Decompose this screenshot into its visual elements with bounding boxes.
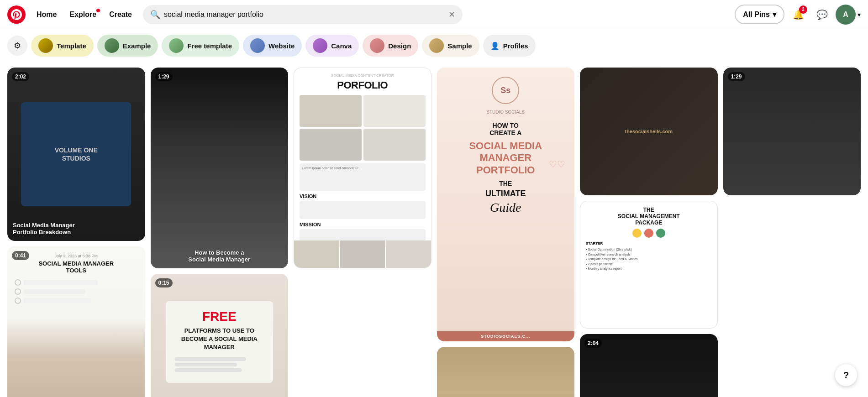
chip-canva[interactable]: Canva bbox=[305, 35, 359, 57]
pin-card[interactable]: SOCIAL MEDIA CONTENT CREATOR PORFOLIO Lo… bbox=[294, 68, 431, 268]
chip-design[interactable]: Design bbox=[363, 35, 418, 57]
pin-badge: 1:29 bbox=[155, 72, 173, 81]
nav-create[interactable]: Create bbox=[104, 7, 137, 22]
pin-badge: 0:41 bbox=[12, 251, 29, 260]
chip-template[interactable]: Template bbox=[31, 35, 94, 57]
messages-button[interactable]: 💬 bbox=[812, 5, 832, 25]
pin-label: Social Media ManagerPortfolio Breakdown bbox=[13, 222, 140, 235]
all-pins-chevron: ▾ bbox=[773, 10, 776, 19]
search-clear-icon[interactable]: ✕ bbox=[448, 10, 455, 20]
pin-badge: 2:04 bbox=[584, 339, 602, 348]
pin-badge: 2:02 bbox=[12, 72, 29, 81]
nav-home[interactable]: Home bbox=[31, 7, 62, 22]
chip-canva-label: Canva bbox=[331, 42, 352, 50]
pin-badge: 1:29 bbox=[728, 72, 745, 81]
pin-card[interactable]: 0:15 FREE PLATFORMS TO USE TOBECOME A SO… bbox=[151, 274, 289, 397]
pin-card[interactable]: Ss STUDIO SOCIALS HOW TOCREATE A SOCIAL … bbox=[437, 68, 575, 341]
filter-settings-button[interactable]: ⚙ bbox=[7, 36, 27, 56]
all-pins-label: All Pins bbox=[743, 10, 770, 19]
chip-example[interactable]: Example bbox=[97, 35, 158, 57]
chip-canva-thumb bbox=[313, 38, 327, 53]
chip-website[interactable]: Website bbox=[243, 35, 302, 57]
pin-card[interactable] bbox=[437, 347, 575, 397]
account-chevron-icon[interactable]: ▾ bbox=[857, 11, 861, 18]
filter-icon: ⚙ bbox=[14, 41, 21, 51]
pin-card[interactable]: 1:29 How to Become aSocial Media Manager bbox=[151, 68, 289, 268]
header-right: All Pins ▾ 🔔 2 💬 A ▾ bbox=[735, 5, 861, 25]
profile-icon: 👤 bbox=[490, 42, 500, 50]
pin-card[interactable]: 0:41 July 9, 2023 at 6:38 PM SOCIAL MEDI… bbox=[7, 246, 145, 397]
chip-website-thumb bbox=[250, 38, 265, 53]
chip-example-label: Example bbox=[123, 42, 151, 50]
avatar[interactable]: A bbox=[836, 5, 856, 25]
chip-free-template[interactable]: Free template bbox=[162, 35, 239, 57]
chip-sample-thumb bbox=[429, 38, 444, 53]
chip-profiles[interactable]: 👤 Profiles bbox=[483, 35, 536, 57]
pins-grid: VOLUME ONESTUDIOS 2:02 Social Media Mana… bbox=[0, 62, 868, 397]
filter-chips-row: ⚙ Template Example Free template Website… bbox=[0, 29, 868, 62]
chip-free-template-label: Free template bbox=[187, 42, 232, 50]
chip-template-label: Template bbox=[57, 42, 86, 50]
chip-design-thumb bbox=[370, 38, 384, 53]
chip-design-label: Design bbox=[388, 42, 411, 50]
pin-badge: 0:15 bbox=[155, 278, 173, 287]
chip-profiles-label: Profiles bbox=[503, 42, 528, 50]
chip-example-thumb bbox=[105, 38, 119, 53]
search-input[interactable] bbox=[164, 10, 445, 19]
chip-sample[interactable]: Sample bbox=[422, 35, 479, 57]
pin-card[interactable]: VOLUME ONESTUDIOS 2:02 Social Media Mana… bbox=[7, 68, 145, 241]
pin-card[interactable]: THESOCIAL MANAGEMENTPACKAGE STARTER • So… bbox=[580, 201, 718, 329]
chip-template-thumb bbox=[38, 38, 53, 53]
header: Home Explore Create 🔍 ✕ All Pins ▾ 🔔 2 💬… bbox=[0, 0, 868, 29]
notifications-button[interactable]: 🔔 2 bbox=[788, 5, 808, 25]
nav-explore[interactable]: Explore bbox=[64, 7, 102, 22]
pin-label: How to Become aSocial Media Manager bbox=[160, 249, 279, 263]
pin-card[interactable]: 1:29 bbox=[723, 68, 861, 195]
pin-card[interactable]: thesocialshells.com bbox=[580, 68, 718, 195]
chip-website-label: Website bbox=[268, 42, 295, 50]
main-nav: Home Explore Create bbox=[31, 7, 137, 22]
pin-card[interactable]: 2:04 Reply to theDjJonFlux's comment whe… bbox=[580, 334, 718, 397]
help-button[interactable]: ? bbox=[835, 364, 857, 386]
notifications-badge: 2 bbox=[799, 5, 807, 14]
pinterest-logo[interactable] bbox=[7, 5, 26, 24]
chip-free-template-thumb bbox=[169, 38, 184, 53]
search-bar[interactable]: 🔍 ✕ bbox=[143, 5, 463, 24]
message-icon: 💬 bbox=[816, 9, 828, 20]
search-icon: 🔍 bbox=[150, 10, 160, 20]
chip-sample-label: Sample bbox=[447, 42, 472, 50]
all-pins-button[interactable]: All Pins ▾ bbox=[735, 5, 784, 24]
